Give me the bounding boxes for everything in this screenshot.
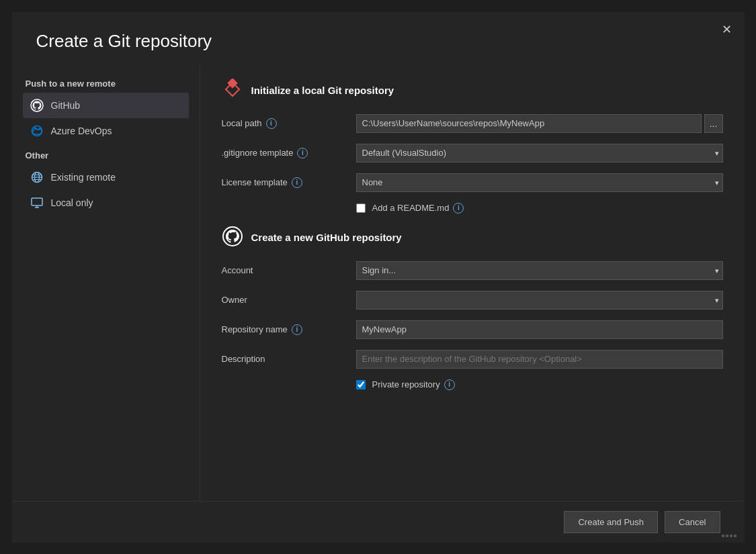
dialog-body: Push to a new remote GitHub	[12, 65, 745, 501]
account-label: Account	[222, 265, 356, 275]
local-only-label: Local only	[51, 197, 93, 208]
account-select-wrap: Sign in... ▾	[356, 261, 723, 280]
readme-row: Add a README.md i	[222, 203, 723, 214]
sidebar-item-local-only[interactable]: Local only	[23, 190, 189, 216]
gitignore-select-wrap: Default (VisualStudio) None VisualStudio…	[356, 144, 723, 163]
local-path-input[interactable]	[356, 114, 702, 133]
cancel-button[interactable]: Cancel	[665, 511, 720, 533]
azure-devops-icon	[30, 124, 44, 138]
github-icon	[30, 98, 44, 113]
repo-name-control	[356, 320, 723, 339]
gitignore-info-icon: i	[297, 148, 308, 158]
description-control	[356, 350, 723, 369]
dialog-footer: Create and Push Cancel	[12, 501, 745, 543]
dialog-title: Create a Git repository	[12, 12, 745, 65]
push-section-label: Push to a new remote	[23, 79, 189, 89]
local-git-section-header: Initialize a local Git repository	[222, 79, 723, 102]
existing-remote-label: Existing remote	[51, 172, 116, 183]
svg-rect-7	[32, 198, 42, 205]
github-label: GitHub	[51, 100, 81, 111]
sidebar: Push to a new remote GitHub	[12, 65, 200, 501]
browse-button[interactable]: ...	[704, 114, 723, 133]
readme-info-icon: i	[453, 203, 464, 214]
account-row: Account Sign in... ▾	[222, 261, 723, 280]
license-label: License template i	[222, 177, 356, 188]
repo-name-info-icon: i	[292, 324, 302, 335]
private-repo-row: Private repository i	[222, 379, 723, 390]
description-input[interactable]	[356, 350, 723, 369]
create-git-repo-dialog: ✕ Create a Git repository Push to a new …	[12, 12, 745, 543]
globe-icon	[30, 170, 44, 185]
sidebar-item-existing-remote[interactable]: Existing remote	[23, 165, 189, 190]
license-select-wrap: None MIT Apache 2.0 GPL 3.0 ▾	[356, 173, 723, 192]
license-row: License template i None MIT Apache 2.0 G…	[222, 173, 723, 192]
local-path-label: Local path i	[222, 118, 356, 129]
license-control: None MIT Apache 2.0 GPL 3.0 ▾	[356, 173, 723, 192]
owner-label: Owner	[222, 295, 356, 305]
readme-checkbox[interactable]	[356, 203, 366, 213]
gitignore-control: Default (VisualStudio) None VisualStudio…	[356, 144, 723, 163]
owner-control: ▾	[356, 291, 723, 310]
private-repo-info-icon: i	[444, 379, 455, 390]
other-section-label: Other	[23, 150, 189, 160]
private-repo-checkbox[interactable]	[356, 380, 366, 389]
local-path-row: Local path i ...	[222, 114, 723, 133]
description-row: Description	[222, 350, 723, 369]
license-select[interactable]: None MIT Apache 2.0 GPL 3.0	[356, 173, 723, 192]
private-repo-label[interactable]: Private repository i	[372, 379, 455, 390]
repo-name-label: Repository name i	[222, 324, 356, 335]
gitignore-select[interactable]: Default (VisualStudio) None VisualStudio…	[356, 144, 723, 163]
owner-select[interactable]	[356, 291, 723, 310]
github-section-header: Create a new GitHub repository	[222, 226, 723, 249]
main-content: Initialize a local Git repository Local …	[200, 65, 745, 501]
github-section-icon	[222, 226, 243, 249]
vs-logo	[722, 535, 737, 537]
account-select[interactable]: Sign in...	[356, 261, 723, 280]
gitignore-label: .gitignore template i	[222, 148, 356, 158]
repo-name-row: Repository name i	[222, 320, 723, 339]
description-label: Description	[222, 354, 356, 364]
account-control: Sign in... ▾	[356, 261, 723, 280]
sidebar-item-github[interactable]: GitHub	[23, 93, 189, 118]
owner-row: Owner ▾	[222, 291, 723, 310]
sidebar-item-azure-devops[interactable]: Azure DevOps	[23, 118, 189, 144]
local-path-control: ...	[356, 114, 723, 133]
license-info-icon: i	[292, 177, 302, 188]
close-button[interactable]: ✕	[718, 20, 737, 39]
local-path-info-icon: i	[266, 118, 277, 129]
local-git-title: Initialize a local Git repository	[251, 85, 394, 96]
monitor-icon	[30, 195, 44, 210]
create-and-push-button[interactable]: Create and Push	[564, 511, 658, 533]
repo-name-input[interactable]	[356, 320, 723, 339]
azure-devops-label: Azure DevOps	[51, 126, 112, 136]
readme-label[interactable]: Add a README.md i	[372, 203, 464, 214]
git-logo-icon	[222, 79, 243, 102]
owner-select-wrap: ▾	[356, 291, 723, 310]
gitignore-row: .gitignore template i Default (VisualStu…	[222, 144, 723, 163]
github-section-title: Create a new GitHub repository	[251, 232, 402, 243]
